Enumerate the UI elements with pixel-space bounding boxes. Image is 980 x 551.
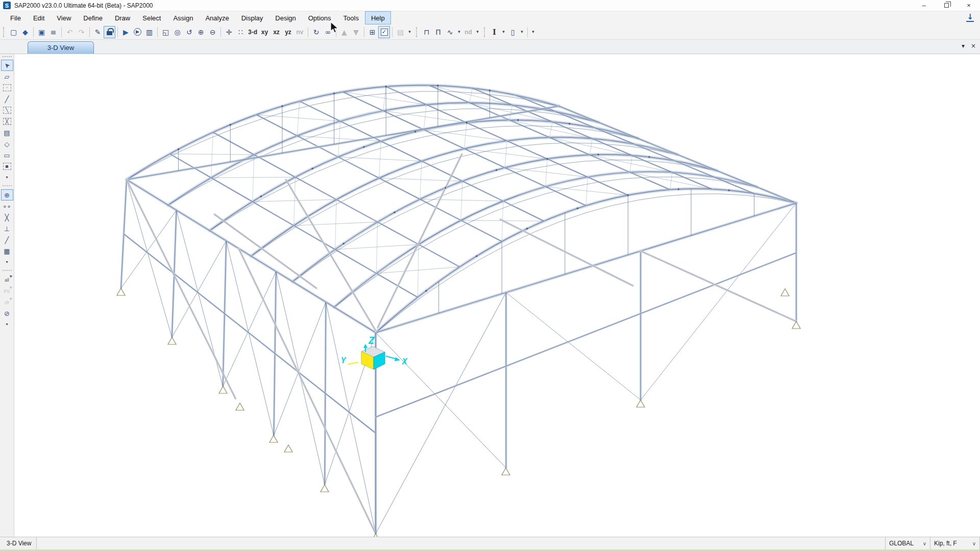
display-options-caret[interactable]: ▾ (406, 26, 413, 38)
menu-item-assign[interactable]: Assign (167, 11, 199, 24)
draw-joint-button[interactable]: · (1, 82, 13, 93)
zoom-full-view-button[interactable]: ◎ (172, 26, 183, 38)
section-display-button[interactable]: ▯ (507, 26, 519, 38)
show-tables-icon: ▥ (146, 29, 153, 36)
view-xz-button[interactable]: xz (271, 26, 282, 38)
draw-frame-button[interactable]: ╱ (1, 93, 13, 105)
side-toolbar: ➤▱·╱╲╳▤◇▭▪▾⊕∘∘╳⊥╱▦▾➤all➤PS➤clr⊘▾ (0, 54, 14, 537)
draw-cable-button[interactable]: ∿ (444, 26, 456, 38)
more-tools-caret[interactable]: ▾ (530, 26, 536, 38)
menu-item-select[interactable]: Select (136, 11, 167, 24)
tab-close-button[interactable]: × (971, 43, 976, 49)
view-3d-button[interactable]: 3-d (247, 26, 259, 38)
zoom-out-button[interactable]: ⊖ (207, 26, 218, 38)
deselect-button[interactable]: ⊘ (1, 308, 13, 319)
save-model-button[interactable]: ▣ (36, 26, 47, 38)
menu-item-options[interactable]: Options (302, 11, 337, 24)
download-icon[interactable]: ↓ (966, 13, 974, 22)
show-tables-button[interactable]: ▥ (143, 26, 155, 38)
run-animation-button[interactable]: ▶ (132, 26, 143, 38)
undo-button[interactable]: ↶ (64, 26, 76, 38)
snap-to-joints-button[interactable]: ⊕ (1, 189, 13, 201)
quick-draw-braces-button[interactable]: ╳ (1, 116, 13, 127)
select-all-checkbox-button[interactable]: ✓ (378, 26, 390, 38)
select-more-caret-icon: ▾ (6, 322, 8, 327)
view-yz-label: yz (285, 29, 291, 36)
snap-to-midpoints-button[interactable]: ∘∘ (1, 201, 13, 212)
menu-item-view[interactable]: View (51, 11, 77, 24)
move-view-down-button[interactable]: ▼ (350, 26, 362, 38)
sidebar-separator (3, 185, 12, 187)
new-model-button[interactable]: ▢ (8, 26, 19, 38)
zoom-full-view-icon: ◎ (174, 29, 180, 36)
draw-poly-area-button[interactable]: ◇ (1, 138, 13, 149)
menu-item-help[interactable]: Help (365, 11, 391, 24)
quick-draw-secondary-beams-button[interactable]: ▤ (1, 127, 13, 138)
model-viewport[interactable]: ZXY (14, 54, 980, 537)
lock-model-button[interactable] (104, 26, 115, 38)
close-icon: × (967, 2, 971, 9)
menu-item-define[interactable]: Define (77, 11, 109, 24)
draw-rect-area-button[interactable]: ▭ (1, 149, 13, 161)
units-dropdown[interactable]: Kip, ft, F ∨ (930, 537, 980, 549)
draw-frame-element-button[interactable]: ⊓ (421, 26, 432, 38)
snap-to-perpendicular-button[interactable]: ⊥ (1, 223, 13, 234)
draw-pencil-button[interactable]: ✎ (92, 26, 104, 38)
zoom-in-button[interactable]: ⊕ (195, 26, 207, 38)
display-options-caret-icon: ▾ (408, 30, 411, 34)
menu-item-tools[interactable]: Tools (337, 11, 365, 24)
perspective-toggle-button[interactable]: ∞ (322, 26, 334, 38)
snap-to-intersections-button[interactable]: ╳ (1, 212, 13, 223)
menu-item-display[interactable]: Display (235, 11, 270, 24)
snap-to-grid-button[interactable]: ▦ (1, 245, 13, 257)
view-nv-button[interactable]: nv (294, 26, 306, 38)
redo-button[interactable]: ↷ (76, 26, 87, 38)
display-options-button[interactable]: ▤ (395, 26, 406, 38)
minimize-button[interactable]: – (913, 0, 935, 11)
menu-item-analyze[interactable]: Analyze (199, 11, 235, 24)
draw-cable-caret[interactable]: ▾ (456, 26, 462, 38)
open-model-button[interactable]: ◆ (19, 26, 31, 38)
text-cursor-caret[interactable]: ▾ (500, 26, 507, 38)
menu-item-edit[interactable]: Edit (27, 11, 51, 24)
rubber-band-zoom-button[interactable]: ◱ (160, 26, 172, 38)
window-controls: – × (913, 0, 980, 11)
select-window-button[interactable]: ⊞ (366, 26, 378, 38)
nd-caret[interactable]: ▾ (474, 26, 481, 38)
menu-item-file[interactable]: File (4, 11, 27, 24)
restore-button[interactable] (935, 0, 958, 11)
select-more-caret[interactable]: ▾ (1, 319, 13, 330)
snap-more-caret[interactable]: ▾ (1, 257, 13, 268)
text-cursor-tool-button[interactable]: I (488, 26, 500, 38)
view-xy-button[interactable]: xy (259, 26, 271, 38)
reshape-object-button[interactable]: ▱ (1, 71, 13, 82)
menu-item-design[interactable]: Design (269, 11, 302, 24)
section-display-caret[interactable]: ▾ (519, 26, 525, 38)
rotate-view-button[interactable]: ↻ (310, 26, 322, 38)
select-all-button[interactable]: ➤all (1, 274, 13, 285)
quick-draw-area-button[interactable]: ▪ (1, 161, 13, 172)
menu-item-draw[interactable]: Draw (109, 11, 136, 24)
tab-list-caret[interactable]: ▾ (962, 43, 965, 49)
snap-to-lines-button[interactable]: ╱ (1, 234, 13, 245)
window-title: SAP2000 v23.0.0 Ultimate 64-bit (Beta) -… (14, 2, 153, 9)
run-analysis-button[interactable]: ▶ (120, 26, 132, 38)
nd-display-button[interactable]: nd (462, 26, 474, 38)
clear-selection-button[interactable]: ➤clr (1, 296, 13, 308)
move-view-up-button[interactable]: ▲ (338, 26, 350, 38)
print-button[interactable]: ≡ (47, 26, 59, 38)
rubber-band-zoom-icon: ◱ (162, 29, 169, 36)
pan-view-button[interactable]: ✛ (223, 26, 235, 38)
previous-selection-button[interactable]: ➤PS (1, 285, 13, 296)
draw-more-caret-icon: ▾ (6, 176, 8, 180)
quick-draw-frame-button[interactable]: ╲ (1, 105, 13, 116)
draw-more-caret[interactable]: ▾ (1, 172, 13, 183)
zoom-previous-button[interactable]: ↺ (183, 26, 195, 38)
shrink-objects-button[interactable]: ∷ (235, 26, 247, 38)
close-button[interactable]: × (958, 0, 980, 11)
tab-3d-view[interactable]: 3-D View (28, 41, 94, 54)
coord-system-dropdown[interactable]: GLOBAL ∨ (886, 537, 930, 549)
select-pointer-button[interactable]: ➤ (1, 60, 13, 71)
view-yz-button[interactable]: yz (282, 26, 294, 38)
draw-portal-frame-button[interactable]: Π (432, 26, 444, 38)
